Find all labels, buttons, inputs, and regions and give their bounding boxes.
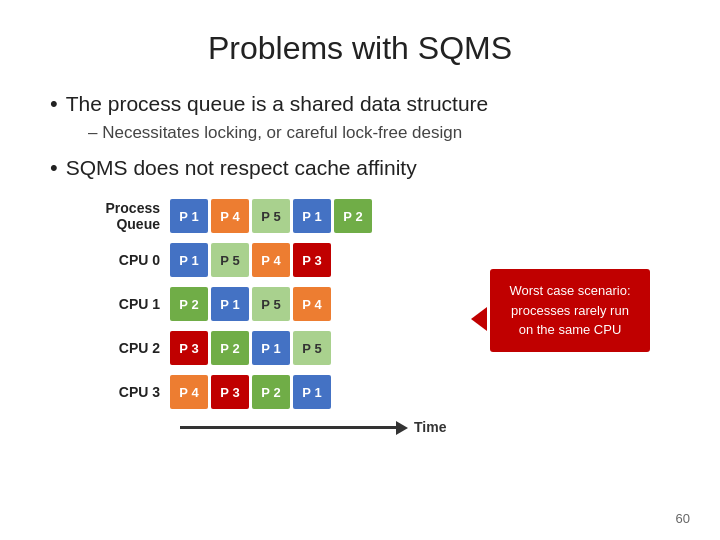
callout-box: Worst case scenario: processes rarely ru… [490,269,650,352]
cpu3-label: CPU 3 [70,384,170,400]
time-line [180,426,400,429]
cpu1-cell-p2: P 2 [170,287,208,321]
pq-cell-p2: P 2 [334,199,372,233]
bullet-1: • The process queue is a shared data str… [50,91,670,117]
page-number: 60 [676,511,690,526]
cpu2-cell-p5: P 5 [293,331,331,365]
process-queue-row: Process Queue P 1 P 4 P 5 P 1 P 2 [70,199,670,233]
process-queue-label: Process Queue [70,200,170,232]
cpu3-cell-p2: P 2 [252,375,290,409]
cpu0-cell-p1: P 1 [170,243,208,277]
cpu3-cell-p3: P 3 [211,375,249,409]
callout-arrow-icon [471,307,487,331]
time-row: Time [180,419,670,435]
cpu1-cell-p1: P 1 [211,287,249,321]
bullet-1-sub: – Necessitates locking, or careful lock-… [88,123,670,143]
cpu1-label: CPU 1 [70,296,170,312]
cpu2-label: CPU 2 [70,340,170,356]
pq-cell-p4: P 4 [211,199,249,233]
bullet-dot-1: • [50,91,58,117]
diagram: Process Queue P 1 P 4 P 5 P 1 P 2 CPU 0 … [70,199,670,435]
time-arrow-icon [396,421,408,435]
slide-title: Problems with SQMS [50,30,670,67]
pq-cell-p1: P 1 [170,199,208,233]
cpu1-cell-p4: P 4 [293,287,331,321]
cpu2-cell-p3: P 3 [170,331,208,365]
cpu0-cell-p4: P 4 [252,243,290,277]
bullet-1-text: The process queue is a shared data struc… [66,92,489,116]
cpu2-cell-p1: P 1 [252,331,290,365]
cpu3-cell-p1: P 1 [293,375,331,409]
cpu3-row: CPU 3 P 4 P 3 P 2 P 1 [70,375,670,409]
cpu1-cell-p5: P 5 [252,287,290,321]
cpu0-cell-p5: P 5 [211,243,249,277]
time-label: Time [414,419,446,435]
bullet-2-text: SQMS does not respect cache affinity [66,156,417,180]
bullet-dot-2: • [50,155,58,181]
slide: Problems with SQMS • The process queue i… [0,0,720,540]
cpu0-cell-p3: P 3 [293,243,331,277]
pq-cell-p1b: P 1 [293,199,331,233]
cpu3-cell-p4: P 4 [170,375,208,409]
bullet-2: • SQMS does not respect cache affinity [50,155,670,181]
cpu0-label: CPU 0 [70,252,170,268]
cpu2-cell-p2: P 2 [211,331,249,365]
pq-cell-p5: P 5 [252,199,290,233]
